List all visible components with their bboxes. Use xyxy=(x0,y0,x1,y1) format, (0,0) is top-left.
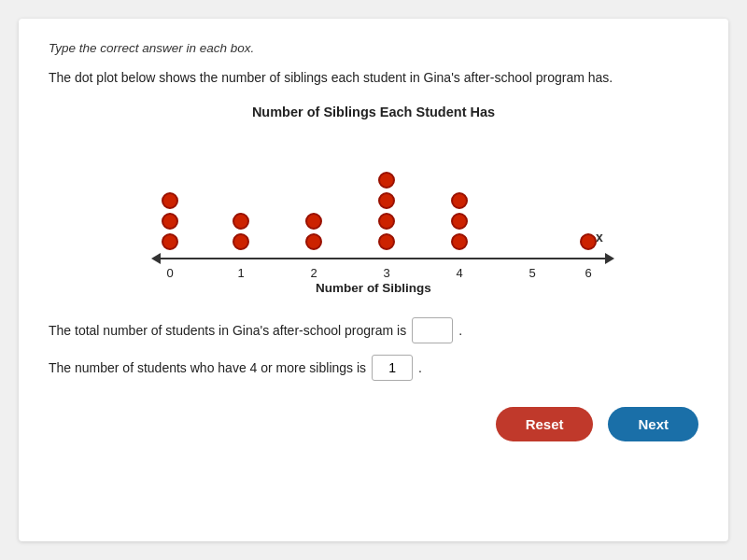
q2-input[interactable] xyxy=(372,355,413,381)
q2-text-before: The number of students who have 4 or mor… xyxy=(49,360,366,375)
chart-title: Number of Siblings Each Student Has xyxy=(252,105,495,119)
dot-0-1 xyxy=(162,233,178,250)
axis-xlabel: Number of Siblings xyxy=(316,281,431,295)
dot-3-2 xyxy=(378,213,395,230)
tick-3: 3 xyxy=(383,266,389,280)
instruction-text: Type the correct answer in each box. xyxy=(49,41,698,55)
dot-1-2 xyxy=(233,213,249,230)
x-mark: x xyxy=(596,230,603,245)
dot-0-3 xyxy=(162,192,178,209)
tick-6: 6 xyxy=(585,266,591,280)
q2-row: The number of students who have 4 or mor… xyxy=(49,355,698,381)
axis-line xyxy=(159,258,607,259)
q1-text-before: The total number of students in Gina's a… xyxy=(49,323,406,338)
question-intro: The dot plot below shows the number of s… xyxy=(49,68,698,88)
dot-1-1 xyxy=(233,233,249,250)
tick-1: 1 xyxy=(237,266,244,280)
q1-row: The total number of students in Gina's a… xyxy=(49,317,698,343)
tick-2: 2 xyxy=(310,266,317,280)
dot-4-1 xyxy=(451,233,468,250)
q1-input[interactable] xyxy=(412,317,453,343)
dot-2-1 xyxy=(305,233,322,250)
dot-3-3 xyxy=(378,192,395,209)
tick-0: 0 xyxy=(166,266,173,280)
next-button[interactable]: Next xyxy=(608,407,698,441)
dot-3-4 xyxy=(378,172,395,189)
dot-4-3 xyxy=(451,192,468,209)
dot-2-2 xyxy=(305,213,322,230)
q1-text-after: . xyxy=(458,323,462,338)
main-card: Type the correct answer in each box. The… xyxy=(19,19,728,541)
dot-3-1 xyxy=(378,233,395,250)
buttons-row: Reset Next xyxy=(49,407,698,441)
q2-text-after: . xyxy=(418,360,422,375)
dot-4-2 xyxy=(451,213,468,230)
tick-5: 5 xyxy=(529,266,535,280)
dot-plot: 0 1 2 3 4 5 6 x xyxy=(131,127,616,295)
chart-container: Number of Siblings Each Student Has 0 1 … xyxy=(49,105,698,295)
dot-6-1 xyxy=(580,233,597,250)
dot-0-2 xyxy=(162,213,178,230)
reset-button[interactable]: Reset xyxy=(496,407,594,441)
tick-4: 4 xyxy=(456,266,462,280)
